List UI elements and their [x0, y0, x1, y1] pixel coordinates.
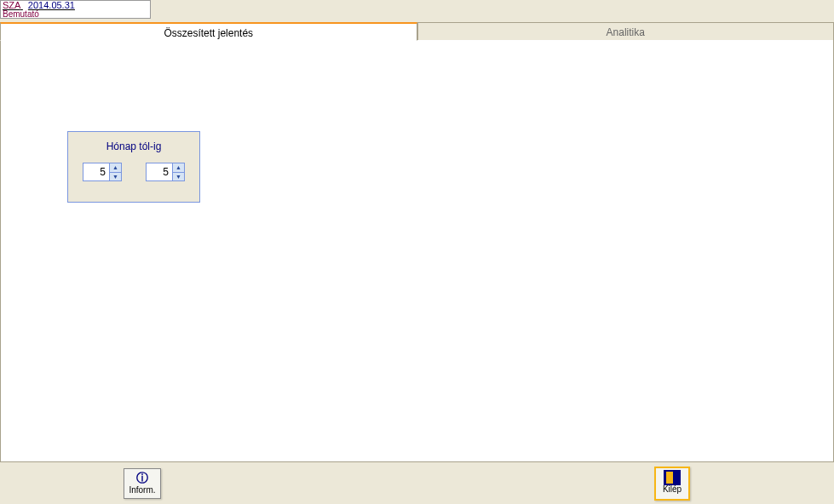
- inform-button[interactable]: ⓘ Inform.: [124, 468, 161, 499]
- exit-label: Kilép: [656, 485, 688, 494]
- door-icon: [664, 470, 681, 485]
- month-to-up[interactable]: ▲: [172, 163, 184, 173]
- month-to-down[interactable]: ▼: [172, 173, 184, 181]
- month-to-spinner[interactable]: ▲ ▼: [146, 163, 185, 181]
- inform-label: Inform.: [124, 486, 160, 495]
- header-info-box: SZA 2014.05.31 Bemutató: [0, 0, 151, 19]
- month-from-up[interactable]: ▲: [109, 163, 121, 173]
- tab-bar: Összesített jelentés Analitika: [0, 22, 834, 41]
- bottom-toolbar: ⓘ Inform. Kilép: [0, 462, 834, 504]
- tab-content-area: Hónap tól-ig ▲ ▼ ▲ ▼: [0, 40, 834, 462]
- tab-analytics[interactable]: Analitika: [417, 22, 835, 41]
- info-icon: ⓘ: [124, 471, 160, 486]
- month-from-spinner[interactable]: ▲ ▼: [83, 163, 122, 181]
- month-from-input[interactable]: [83, 163, 109, 180]
- exit-button[interactable]: Kilép: [654, 467, 690, 501]
- month-range-title: Hónap tól-ig: [68, 140, 199, 152]
- month-to-input[interactable]: [147, 163, 172, 180]
- tab-summary[interactable]: Összesített jelentés: [0, 22, 417, 41]
- header-subtitle: Bemutató: [3, 10, 148, 19]
- month-from-down[interactable]: ▼: [109, 173, 121, 181]
- month-range-panel: Hónap tól-ig ▲ ▼ ▲ ▼: [67, 131, 200, 203]
